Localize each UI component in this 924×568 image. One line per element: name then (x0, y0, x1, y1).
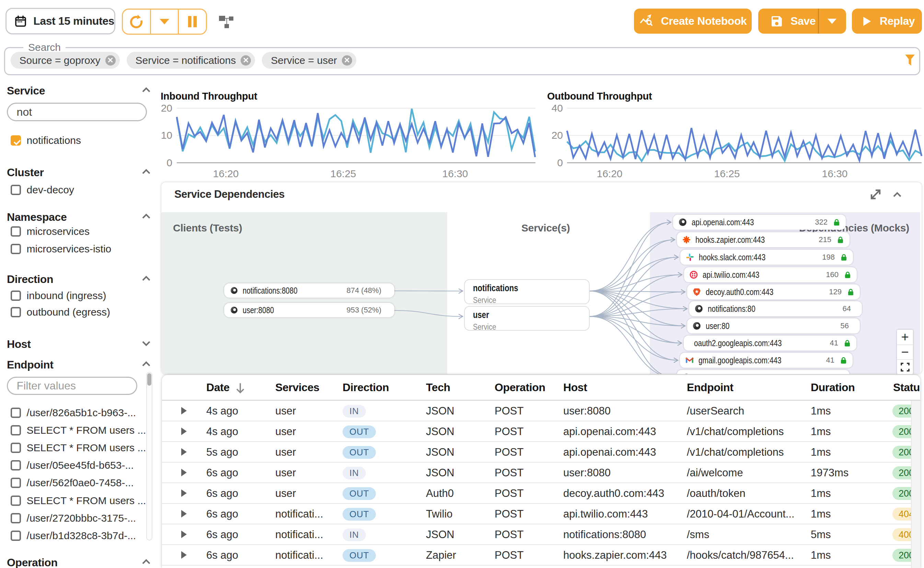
svg-text:20: 20 (552, 130, 563, 141)
svg-text:0: 0 (166, 157, 172, 168)
svg-text:16:20: 16:20 (597, 168, 622, 179)
svg-text:16:25: 16:25 (330, 168, 356, 179)
svg-text:20: 20 (161, 102, 172, 114)
svg-text:16:20: 16:20 (213, 168, 238, 179)
svg-text:16:30: 16:30 (822, 168, 847, 179)
svg-text:40: 40 (552, 102, 563, 114)
svg-text:16:25: 16:25 (714, 168, 740, 179)
svg-text:16:30: 16:30 (442, 168, 468, 179)
svg-text:10: 10 (161, 130, 172, 141)
svg-text:0: 0 (557, 157, 563, 168)
